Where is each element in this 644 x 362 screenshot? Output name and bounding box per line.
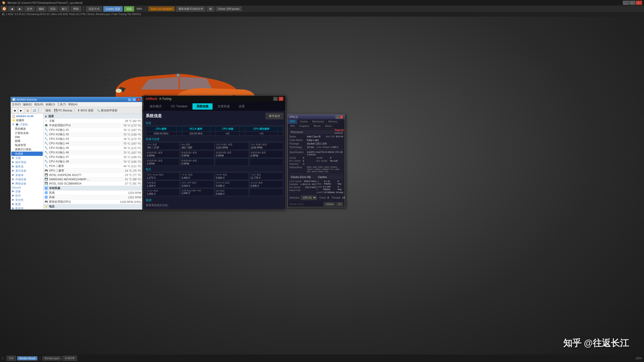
aida64-menu-help[interactable]: 帮助(H) <box>68 103 77 106</box>
aida64-forward-btn[interactable]: ▶ <box>18 108 24 113</box>
toolbar-edit[interactable]: 编辑 <box>36 6 46 12</box>
atuning-desc-text: 查看系统相关信息。 <box>146 203 283 207</box>
tree-item-config[interactable]: ▶ 配置 <box>11 202 43 206</box>
atuning-minimize[interactable]: — <box>273 97 278 101</box>
core6-temp-label: CPU #1/核心 #6 <box>49 151 116 154</box>
tree-item-database[interactable]: ▶ 数据库 <box>11 206 43 209</box>
aida64-refresh-btn[interactable]: 🔄 <box>31 108 37 113</box>
tree-item-software[interactable]: ▶ 软件 <box>11 194 43 198</box>
tab-spd[interactable]: SPD <box>288 124 297 128</box>
maximize-btn[interactable]: □ <box>629 1 635 5</box>
aida64-driver-btn[interactable]: 🔍 驱动程序更新 <box>96 109 118 112</box>
aida64-home-btn[interactable]: 🏠 <box>25 108 30 113</box>
auto-run-disabled-btn[interactable]: Auto-run disabled <box>148 7 175 11</box>
aida64-menu-file[interactable]: 文件(F) <box>12 103 21 106</box>
zoom-level: 100% <box>635 357 642 360</box>
cpuz-ok-btn[interactable]: OK <box>336 202 343 206</box>
tree-item-security[interactable]: ▶ 安全性 <box>11 198 43 202</box>
cpuz-extfam-value: 6 <box>303 160 316 162</box>
tree-item-network[interactable]: ▶ 网络设备 <box>11 182 43 186</box>
aida64-maximize[interactable]: □ <box>132 98 136 101</box>
cpuz-stepping-value: C <box>303 163 316 165</box>
toolbar-file[interactable]: 文件 <box>25 6 35 12</box>
nav-fan[interactable]: 支撑风扇 <box>214 103 234 110</box>
cpuz-validate-btn[interactable]: Validate <box>324 202 335 206</box>
tree-item-display[interactable]: ▶ 显示设备 <box>11 169 43 173</box>
tree-item-computer[interactable]: ▼ 💻 计算机 <box>11 122 43 127</box>
tree-item-sensors[interactable]: 传感器 <box>11 152 43 156</box>
minimize-btn[interactable]: _ <box>623 1 629 5</box>
tree-item-mainboard[interactable]: ▶ 主板 <box>11 156 43 160</box>
tree-item-storage[interactable]: ▶ 存储设备 <box>11 177 43 182</box>
tree-item-devices[interactable]: ▶ 设备 <box>11 189 43 194</box>
tab-caches[interactable]: Caches <box>297 119 310 124</box>
tree-item-compname[interactable]: 计算机名称 <box>11 131 43 135</box>
frames-btn[interactable]: 帧 <box>207 6 214 12</box>
hw-monitor-btn[interactable]: 硬件监控 <box>266 113 283 119</box>
nav-back[interactable]: ◀ <box>9 7 15 11</box>
tree-item-power[interactable]: 电源管理 <box>11 143 43 147</box>
nav-settings[interactable]: 设置 <box>235 103 249 110</box>
cpuz-footer: Version 1.81.0 Validate OK <box>288 201 345 207</box>
atuning-close[interactable]: × <box>279 97 283 101</box>
aida64-report-btn[interactable]: 📄 报告 <box>40 109 52 112</box>
cpuz-name-value: Intel Core i9 <box>307 135 320 138</box>
cpuz-close[interactable]: × <box>340 115 343 119</box>
tree-item-multimedia[interactable]: ▶ 多媒体 <box>11 173 43 177</box>
close-btn[interactable]: × <box>636 1 642 5</box>
aida64-menu-favorites[interactable]: 收藏(O) <box>46 103 55 106</box>
nav-operation-mode[interactable]: 操作模式 <box>146 103 166 110</box>
aida64-close[interactable]: × <box>137 98 141 101</box>
tree-item-favorites[interactable]: ⭐ 收藏夹 <box>11 118 43 122</box>
atuning-titlebar: ASRock A-Tuning — × <box>144 96 285 102</box>
tab-memory[interactable]: Memory <box>326 119 340 124</box>
temp-cell-empty1 <box>215 158 249 166</box>
cooling-section-header: 🌀 冷却风扇 <box>44 186 142 191</box>
blender-logo[interactable] <box>2 6 7 12</box>
tree-item-server[interactable]: ▶ 服务器 <box>11 164 43 169</box>
bb-render-btn[interactable]: 渲染 <box>7 356 16 361</box>
cpuz-minimize[interactable]: _ <box>336 115 339 119</box>
nav-forward[interactable]: ▶ <box>17 7 23 11</box>
tree-item-os[interactable]: ▶ 操作系统 <box>11 160 43 164</box>
tab-bench[interactable]: Bench <box>312 124 323 128</box>
tab-mainboard[interactable]: Mainboard <box>310 119 326 124</box>
bb-render-result-btn[interactable]: Render Result <box>17 356 38 360</box>
voltage-section-title: 电压 <box>49 205 55 208</box>
tree-item-overclock[interactable]: 超频 <box>11 139 43 143</box>
cpuz-selection-select[interactable]: CPU #1 <box>301 196 317 200</box>
tree-item-aida64[interactable]: 📋 AIDA64 v5.90 <box>11 114 43 118</box>
aida64-bios-btn[interactable]: ⬆ BIOS 更新 <box>76 109 94 112</box>
reload-trusted-btn[interactable]: 重新加载可信的文件 <box>176 6 206 12</box>
driver-btn[interactable]: Driver 100°power <box>216 7 242 11</box>
tree-item-directx[interactable]: DirectX <box>11 186 43 189</box>
render-mode-btn[interactable]: 渲染方式 <box>86 6 102 12</box>
bb-composite-btn[interactable]: 合成结果 <box>62 356 77 361</box>
cpuz-row-instructions: Instructions MMX, SSE, SSE2, SSE3, SSSE3… <box>289 166 343 173</box>
temp-row-pch: 🔧 PCH 二极管 44 °C (111 °F) <box>44 164 142 168</box>
render-btn[interactable]: 渲染 <box>124 6 134 12</box>
nav-system-info[interactable]: 系统信息 <box>192 103 213 110</box>
temp-row-ssd3: 💾 INTEL SSD SC2BB480G4 27 °C (81 °F) <box>44 182 142 186</box>
aida64-minimize[interactable]: _ <box>128 98 132 101</box>
temp-cell-chassis2: 机箱风扇2 速度0 RPM <box>180 150 214 158</box>
tab-graphics[interactable]: Graphics <box>297 124 312 128</box>
tab-cpu[interactable]: CPU <box>288 119 297 124</box>
aida64-menubar: 文件(F) 编辑(E) 报告(R) 收藏(O) 工具(T) 帮助(H) <box>11 102 142 107</box>
aida64-back-btn[interactable]: ◀ <box>12 108 17 113</box>
tree-item-overview[interactable]: 系统概述 <box>11 127 43 131</box>
aida64-menu-report[interactable]: 报告(R) <box>34 103 44 106</box>
toolbar-render[interactable]: 渲染 <box>48 6 58 12</box>
core1-temp-label: CPU #1/核心 #1 <box>49 128 116 132</box>
toolbar-help[interactable]: 帮助 <box>71 6 81 12</box>
tree-item-portable[interactable]: 便携式计算机 <box>11 147 43 152</box>
nav-oc-tweaker[interactable]: OC Tweaker <box>167 104 191 109</box>
tab-about[interactable]: About <box>323 124 334 128</box>
aida64-menu-tools[interactable]: 工具(T) <box>57 103 66 106</box>
aida64-pcbackup-btn[interactable]: 💾 PC Backup <box>53 109 73 112</box>
toolbar-window[interactable]: 窗口 <box>59 6 69 12</box>
bb-renderlayer-btn[interactable]: RenderLayer <box>43 356 62 360</box>
cycles-render-btn[interactable]: Cycles 渲染 <box>103 6 123 12</box>
aida64-menu-edit[interactable]: 编辑(E) <box>23 103 32 106</box>
tree-item-dmi[interactable]: DMI <box>11 135 43 139</box>
